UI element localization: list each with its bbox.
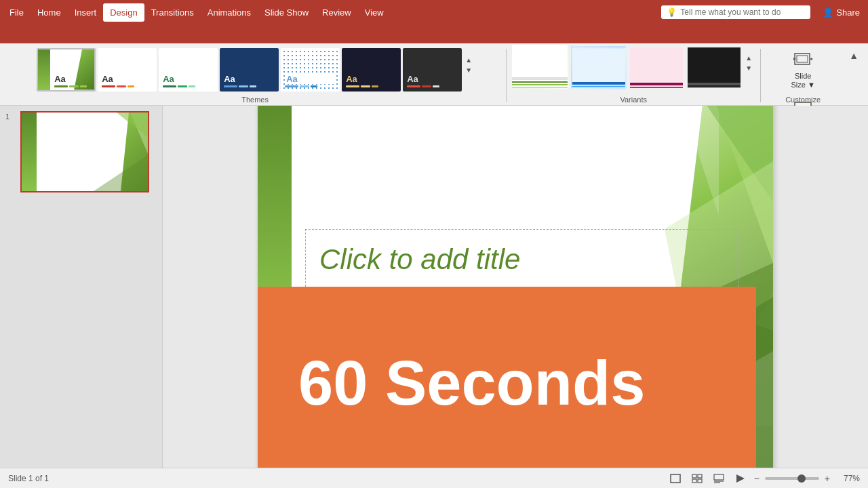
variants-label: Variants bbox=[620, 96, 647, 104]
notes-icon bbox=[713, 474, 724, 483]
normal-view-button[interactable] bbox=[667, 472, 684, 485]
variants-row: ▲ ▼ bbox=[513, 46, 753, 102]
svg-rect-32 bbox=[671, 474, 680, 483]
themes-scroll[interactable]: ▲ ▼ bbox=[464, 55, 473, 85]
slideshow-icon bbox=[735, 474, 746, 483]
svg-marker-25 bbox=[90, 153, 149, 192]
svg-rect-11 bbox=[630, 87, 684, 88]
customize-label: Customize bbox=[785, 96, 821, 104]
themes-group: Aa Aa Aa bbox=[5, 46, 505, 105]
menu-animations[interactable]: Animations bbox=[201, 3, 258, 22]
menu-bar: File Home Insert Design Transitions Anim… bbox=[0, 0, 868, 24]
variants-scroll-up[interactable]: ▲ bbox=[744, 53, 753, 63]
menu-slideshow[interactable]: Slide Show bbox=[258, 3, 315, 22]
orange-overlay: 60 Seconds bbox=[258, 287, 756, 468]
slide-panel: 1 bbox=[0, 106, 163, 468]
menu-review[interactable]: Review bbox=[315, 3, 358, 22]
slide-size-icon bbox=[792, 49, 814, 70]
theme-thumb-3[interactable]: Aa bbox=[159, 48, 218, 92]
variants-scroll-down[interactable]: ▼ bbox=[744, 63, 753, 73]
slide-number: 1 bbox=[5, 111, 16, 121]
theme-thumb-7[interactable]: Aa bbox=[403, 48, 462, 92]
menu-home[interactable]: Home bbox=[31, 3, 68, 22]
title-placeholder: Click to add title bbox=[319, 243, 520, 275]
svg-rect-18 bbox=[797, 56, 808, 62]
variant-thumb-1[interactable] bbox=[513, 46, 569, 89]
svg-rect-7 bbox=[572, 86, 625, 87]
svg-rect-4 bbox=[513, 87, 568, 88]
svg-rect-3 bbox=[513, 84, 568, 85]
theme-thumb-1[interactable]: Aa bbox=[37, 48, 96, 92]
mini-slide-svg bbox=[22, 113, 149, 192]
canvas-area: Click to add title subtitle 60 Seconds bbox=[163, 106, 868, 468]
slide-size-button[interactable]: SlideSize ▼ bbox=[785, 46, 820, 92]
variant-thumb-4[interactable] bbox=[686, 46, 742, 89]
slide-sorter-button[interactable] bbox=[689, 472, 705, 485]
variants-group: ▲ ▼ Variants bbox=[508, 46, 759, 105]
person-icon: 👤 bbox=[823, 7, 833, 18]
theme-thumb-5[interactable]: Aa bbox=[281, 48, 340, 92]
svg-rect-8 bbox=[572, 89, 625, 89]
main-area: 1 bbox=[0, 106, 868, 468]
zoom-out-button[interactable]: − bbox=[754, 473, 760, 484]
svg-rect-1 bbox=[513, 77, 568, 80]
theme-thumb-6[interactable]: Aa bbox=[342, 48, 401, 92]
svg-rect-37 bbox=[714, 474, 724, 480]
svg-rect-15 bbox=[688, 87, 742, 88]
themes-scroll-up[interactable]: ▲ bbox=[464, 55, 473, 65]
menu-design[interactable]: Design bbox=[103, 3, 144, 22]
normal-view-icon bbox=[670, 474, 681, 483]
ribbon-content: Aa Aa Aa bbox=[0, 43, 868, 106]
svg-rect-36 bbox=[698, 479, 702, 483]
variant-3-svg bbox=[630, 47, 684, 89]
svg-rect-33 bbox=[692, 474, 696, 478]
themes-scroll-down[interactable]: ▼ bbox=[464, 65, 473, 75]
svg-rect-10 bbox=[630, 83, 684, 85]
menu-file[interactable]: File bbox=[3, 3, 31, 22]
theme-thumb-4[interactable]: Aa bbox=[220, 48, 279, 92]
zoom-thumb bbox=[797, 474, 806, 483]
share-button[interactable]: 👤 Share bbox=[817, 5, 865, 20]
slide-sorter-icon bbox=[692, 474, 703, 483]
variant-thumb-3[interactable] bbox=[629, 46, 684, 89]
search-input[interactable] bbox=[680, 7, 802, 17]
zoom-in-button[interactable]: + bbox=[825, 473, 830, 484]
notes-button[interactable] bbox=[711, 472, 727, 485]
theme-thumb-2[interactable]: Aa bbox=[98, 48, 157, 92]
menu-transitions[interactable]: Transitions bbox=[144, 3, 201, 22]
slide-size-label: SlideSize ▼ bbox=[791, 72, 814, 89]
themes-label: Themes bbox=[241, 96, 269, 104]
zoom-slider[interactable] bbox=[765, 477, 819, 480]
variant-2-svg bbox=[572, 47, 625, 89]
svg-marker-40 bbox=[736, 474, 745, 483]
variant-1-svg bbox=[513, 46, 568, 88]
variants-scroll[interactable]: ▲ ▼ bbox=[744, 53, 753, 83]
divider-1 bbox=[506, 49, 507, 102]
ribbon-tabs bbox=[0, 24, 868, 43]
slide-canvas[interactable]: Click to add title subtitle 60 Seconds bbox=[258, 106, 773, 468]
zoom-level[interactable]: 77% bbox=[835, 474, 860, 483]
divider-2 bbox=[760, 49, 761, 102]
menu-insert[interactable]: Insert bbox=[68, 3, 104, 22]
customize-group: SlideSize ▼ FormatBackground Customize bbox=[762, 46, 844, 105]
svg-rect-35 bbox=[692, 479, 696, 483]
menu-view[interactable]: View bbox=[358, 3, 391, 22]
svg-rect-2 bbox=[513, 81, 568, 83]
svg-rect-14 bbox=[688, 83, 742, 85]
title-text-box[interactable]: Click to add title bbox=[305, 229, 739, 290]
ribbon-collapse-button[interactable]: ▲ bbox=[845, 49, 863, 62]
slideshow-button[interactable] bbox=[732, 472, 749, 485]
overlay-text: 60 Seconds bbox=[298, 348, 645, 419]
status-bar: Slide 1 of 1 bbox=[0, 468, 868, 488]
search-bar[interactable]: 💡 bbox=[661, 5, 810, 19]
slide-thumb-container: 1 bbox=[5, 111, 157, 192]
slide-info: Slide 1 of 1 bbox=[8, 474, 49, 483]
svg-rect-6 bbox=[572, 82, 625, 85]
status-right: − + 77% bbox=[667, 472, 860, 485]
mini-slide-bg bbox=[22, 113, 148, 191]
svg-rect-34 bbox=[698, 474, 702, 478]
variant-4-svg bbox=[688, 47, 742, 89]
lightbulb-icon: 💡 bbox=[667, 7, 677, 17]
variant-thumb-2[interactable] bbox=[571, 46, 627, 89]
slide-thumbnail-1[interactable] bbox=[20, 111, 149, 192]
